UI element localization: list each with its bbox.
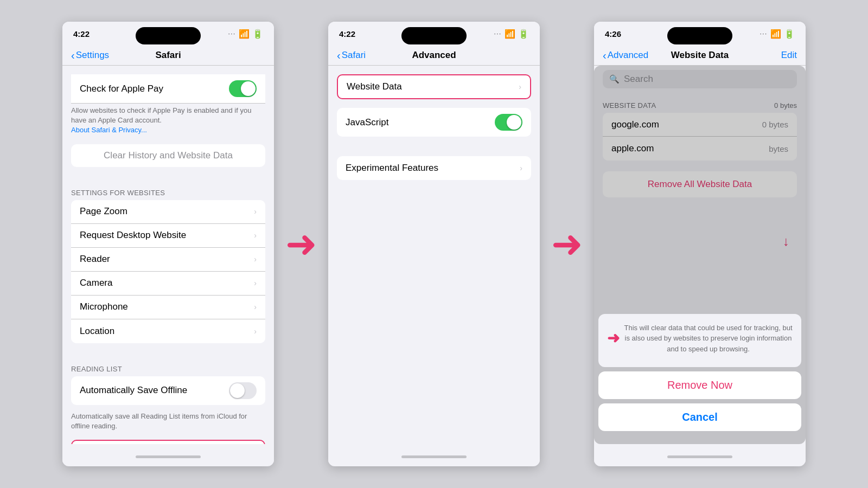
reader-label: Reader (80, 254, 110, 265)
list-item-microphone[interactable]: Microphone › (71, 296, 265, 319)
battery-icon: 🔋 (252, 29, 263, 39)
experimental-features-label: Experimental Features (346, 163, 438, 174)
wifi-icon-2: 📶 (505, 29, 515, 39)
dynamic-island-2 (401, 27, 467, 44)
list-item-reader[interactable]: Reader › (71, 248, 265, 272)
dialog-container: ➜ This will clear data that could be use… (594, 314, 806, 445)
auto-save-toggle[interactable] (229, 382, 257, 399)
javascript-row: JavaScript (337, 108, 531, 137)
reading-list-group: Automatically Save Offline (71, 376, 265, 405)
website-settings-list: Page Zoom › Request Desktop Website › Re… (71, 200, 265, 343)
list-item-request-desktop[interactable]: Request Desktop Website › (71, 224, 265, 248)
status-bar-2: 4:22 ··· 📶 🔋 (328, 22, 540, 46)
apple-pay-label: Check for Apple Pay (80, 84, 163, 94)
time-1: 4:22 (73, 29, 90, 38)
dynamic-island-1 (136, 27, 201, 44)
chevron-right-icon: › (254, 327, 257, 336)
microphone-label: Microphone (80, 301, 128, 312)
back-label-2: Safari (342, 50, 366, 61)
website-data-row[interactable]: Website Data › (337, 74, 531, 99)
wifi-icon-3: 📶 (770, 29, 781, 39)
list-item-location[interactable]: Location › (71, 319, 265, 343)
clear-history-button[interactable]: Clear History and Website Data (71, 144, 265, 167)
javascript-label: JavaScript (346, 117, 388, 128)
location-label: Location (80, 326, 114, 337)
arrow-1-container: ➜ (274, 222, 328, 266)
website-data-row-wrapper: Website Data › (337, 74, 531, 99)
remove-now-button[interactable]: Remove Now (598, 371, 801, 399)
chevron-right-icon: › (254, 207, 257, 216)
dialog-description: ➜ This will clear data that could be use… (598, 314, 801, 368)
home-indicator-2 (328, 444, 540, 463)
home-indicator-1 (62, 444, 274, 463)
status-icons-1: ··· 📶 🔋 (228, 29, 263, 39)
apple-pay-toggle[interactable] (229, 80, 257, 97)
chevron-left-icon: ‹ (71, 49, 75, 62)
experimental-features-group: Experimental Features › (337, 156, 531, 180)
chevron-right-icon: › (254, 255, 257, 264)
arrow-2-icon: ➜ (551, 222, 583, 266)
status-icons-3: ··· 📶 🔋 (760, 29, 795, 39)
arrow-2-container: ➜ (540, 222, 594, 266)
battery-icon-3: 🔋 (784, 29, 795, 39)
content-area-3: 🔍 Search WEBSITE DATA 0 bytes google.com… (594, 66, 806, 444)
website-data-label: Website Data (347, 81, 402, 92)
back-button-2[interactable]: ‹ Safari (337, 49, 366, 62)
advanced-row-wrapper: Advanced › (71, 440, 265, 444)
time-2: 4:22 (339, 29, 355, 38)
back-label-1: Settings (76, 50, 109, 61)
apple-pay-row: Check for Apple Pay (71, 74, 265, 104)
list-item-page-zoom[interactable]: Page Zoom › (71, 200, 265, 224)
chevron-left-icon-3: ‹ (603, 49, 607, 62)
camera-label: Camera (80, 278, 112, 288)
content-2: Website Data › JavaScript Experimental F… (328, 66, 540, 444)
arrow-1-icon: ➜ (285, 222, 317, 266)
dots-icon-3: ··· (760, 31, 768, 37)
auto-save-row: Automatically Save Offline (71, 376, 265, 405)
experimental-features-row[interactable]: Experimental Features › (337, 156, 531, 180)
chevron-right-icon: › (254, 231, 257, 240)
request-desktop-label: Request Desktop Website (80, 230, 186, 241)
dynamic-island-3 (667, 27, 732, 44)
screen1: 4:22 ··· 📶 🔋 ‹ Settings Safari Check for… (62, 22, 274, 466)
screen3: 4:26 ··· 📶 🔋 ‹ Advanced Website Data Edi… (594, 22, 806, 466)
nav-title-3: Website Data (671, 50, 729, 61)
home-indicator-3 (594, 444, 806, 463)
chevron-right-icon: › (254, 303, 257, 311)
auto-save-desc: Automatically save all Reading List item… (62, 409, 274, 440)
javascript-group: JavaScript (337, 108, 531, 137)
settings-for-websites-header: SETTINGS FOR WEBSITES (62, 178, 274, 200)
reading-list-header: READING LIST (62, 354, 274, 376)
apple-pay-desc: Allow websites to check if Apple Pay is … (62, 104, 274, 144)
advanced-row[interactable]: Advanced › (71, 440, 265, 444)
dialog-desc-text: This will clear data that could be used … (624, 323, 793, 355)
back-button-1[interactable]: ‹ Settings (71, 49, 109, 62)
home-bar-1 (136, 455, 201, 458)
javascript-toggle[interactable] (495, 114, 522, 131)
home-bar-3 (667, 455, 732, 458)
back-label-3: Advanced (608, 50, 649, 61)
apple-pay-section: Check for Apple Pay (71, 74, 265, 104)
back-button-3[interactable]: ‹ Advanced (603, 49, 648, 62)
time-3: 4:26 (605, 29, 621, 38)
status-icons-2: ··· 📶 🔋 (494, 29, 529, 39)
page-zoom-label: Page Zoom (80, 206, 127, 217)
dialog-arrow-icon: ➜ (607, 327, 620, 350)
list-item-camera[interactable]: Camera › (71, 272, 265, 296)
content-1: Check for Apple Pay Allow websites to ch… (62, 66, 274, 444)
wifi-icon: 📶 (239, 29, 250, 39)
nav-bar-2: ‹ Safari Advanced (328, 46, 540, 66)
chevron-right-icon: › (254, 279, 257, 287)
screen2: 4:22 ··· 📶 🔋 ‹ Safari Advanced Website D… (328, 22, 540, 466)
auto-save-label: Automatically Save Offline (80, 385, 187, 396)
nav-bar-1: ‹ Settings Safari (62, 46, 274, 66)
edit-button[interactable]: Edit (781, 50, 797, 61)
safari-privacy-link[interactable]: About Safari & Privacy... (71, 126, 147, 134)
dots-icon-2: ··· (494, 31, 502, 37)
nav-title-2: Advanced (412, 50, 456, 61)
home-bar-2 (401, 455, 467, 458)
nav-title-1: Safari (155, 50, 181, 61)
cancel-button[interactable]: Cancel (598, 403, 801, 431)
chevron-left-icon-2: ‹ (337, 49, 341, 62)
chevron-right-icon-ef: › (520, 164, 522, 172)
